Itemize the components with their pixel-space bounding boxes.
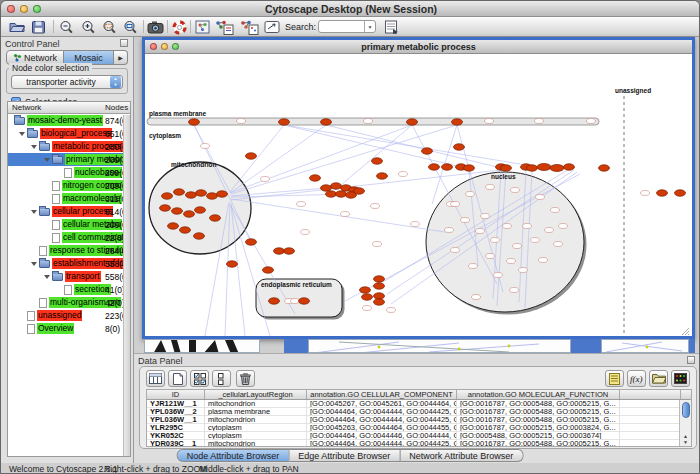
tree-row[interactable]: mosaic-demo-yeast874(0) <box>8 114 130 127</box>
network-canvas[interactable]: plasma membranecytoplasmmitochondrionnuc… <box>145 54 692 336</box>
matrix-view-icon[interactable] <box>671 370 690 387</box>
network-node[interactable] <box>184 211 195 218</box>
network-node[interactable] <box>564 164 575 171</box>
network-node[interactable] <box>160 205 171 212</box>
delete-attribute-trash-icon[interactable] <box>236 370 255 387</box>
expand-arrow-icon[interactable] <box>31 145 37 149</box>
network-node[interactable] <box>180 227 191 234</box>
save-icon[interactable] <box>30 19 47 35</box>
network-node-small[interactable] <box>201 144 210 149</box>
network-tree-header[interactable]: Network Nodes <box>8 102 130 114</box>
network-node[interactable] <box>464 165 475 172</box>
background-window-border[interactable] <box>571 339 601 353</box>
network-node-small[interactable] <box>297 202 306 207</box>
node-mapping-icon[interactable] <box>213 19 235 35</box>
node-attribute-table[interactable]: ID_cellularLayoutRegionannotation.GO CEL… <box>146 389 692 447</box>
import-attributes-folder-icon[interactable] <box>649 370 668 387</box>
tree-row[interactable]: cellular process614(0) <box>8 205 130 218</box>
network-node-small[interactable] <box>481 214 490 219</box>
table-cell[interactable]: [GO:0044464, GO:0044444, GO:0044425, G..… <box>307 408 457 415</box>
zoom-fit-icon[interactable] <box>122 19 139 35</box>
network-node-small[interactable] <box>507 259 516 264</box>
network-node-small[interactable] <box>371 204 380 209</box>
background-window[interactable] <box>144 339 260 353</box>
table-scrollbar-thumb[interactable] <box>682 402 690 418</box>
network-node-small[interactable] <box>445 228 454 233</box>
tab-overflow-button[interactable]: ▶ <box>114 50 128 65</box>
network-node-small[interactable] <box>523 224 532 229</box>
network-node[interactable] <box>331 183 342 190</box>
tab-node-attribute-browser[interactable]: Node Attribute Browser <box>177 449 290 462</box>
network-node[interactable] <box>374 283 385 290</box>
network-node-small[interactable] <box>341 212 350 217</box>
search-input[interactable] <box>319 21 364 32</box>
attr-table-header[interactable]: ID_cellularLayoutRegionannotation.GO CEL… <box>147 390 691 400</box>
network-node-small[interactable] <box>469 264 478 269</box>
network-node-small[interactable] <box>491 238 500 243</box>
network-node-small[interactable] <box>551 208 560 213</box>
table-cell[interactable]: [GO:0005488, GO:0005215, GO:0003674] <box>457 432 620 439</box>
attribute-notes-icon[interactable] <box>605 370 624 387</box>
background-window[interactable] <box>601 339 689 353</box>
network-node[interactable] <box>429 164 440 171</box>
network-node-small[interactable] <box>559 224 568 229</box>
table-scrollbar-arrows[interactable]: ▲▼ <box>680 433 691 445</box>
network-node[interactable] <box>454 144 465 151</box>
network-node[interactable] <box>310 175 321 182</box>
table-cell[interactable]: [GO:0016787, GO:0005488, GO:0005215, G..… <box>457 416 620 423</box>
network-node[interactable] <box>374 299 385 306</box>
whiteboard-icon[interactable] <box>263 19 280 35</box>
network-node-small[interactable] <box>363 306 372 311</box>
table-row[interactable]: YLR295Ccytoplasm[GO:0045263, GO:0044464,… <box>147 424 691 432</box>
network-node[interactable] <box>194 233 205 240</box>
network-node-small[interactable] <box>535 119 544 124</box>
node-color-dropdown[interactable]: transporter activity ▲▼ <box>11 75 123 89</box>
table-cell[interactable]: [GO:0016787, GO:0005488, GO:0005215, G..… <box>457 408 620 415</box>
network-node[interactable] <box>537 164 551 171</box>
tab-network-attribute-browser[interactable]: Network Attribute Browser <box>400 449 523 462</box>
formula-builder-icon[interactable]: f(x) <box>627 370 646 387</box>
network-node[interactable] <box>362 294 373 301</box>
tab-edge-attribute-browser[interactable]: Edge Attribute Browser <box>289 449 400 462</box>
attribute-unselect-icon[interactable] <box>212 370 231 387</box>
tree-row[interactable]: cell communicat22(0) <box>8 231 130 244</box>
network-node[interactable] <box>172 208 183 215</box>
snapshot-camera-icon[interactable] <box>147 19 164 35</box>
table-row[interactable]: YKR052Ccytoplasm[GO:0044464, GO:0044446,… <box>147 432 691 440</box>
tree-row[interactable]: Overview8(0) <box>8 322 130 335</box>
network-canvas-svg[interactable]: plasma membranecytoplasmmitochondrionnuc… <box>145 54 692 336</box>
table-cell[interactable]: YKR052C <box>147 432 205 439</box>
network-node-small[interactable] <box>587 119 596 124</box>
network-node-small[interactable] <box>476 229 485 234</box>
network-node[interactable] <box>326 191 337 198</box>
table-cell[interactable]: [GO:0016787, GO:0005488, GO:0005215, G..… <box>457 440 620 447</box>
background-window[interactable] <box>308 339 571 353</box>
table-cell[interactable]: mitochondrion <box>205 400 307 407</box>
network-node[interactable] <box>274 248 285 255</box>
tree-row[interactable]: unassigned223(0) <box>8 309 130 322</box>
table-scrollbar[interactable]: ▲▼ <box>679 400 691 446</box>
network-node[interactable] <box>246 239 257 246</box>
network-node-small[interactable] <box>237 119 246 124</box>
network-node-small[interactable] <box>399 172 408 177</box>
tree-row[interactable]: response to stimulu264(0) <box>8 244 130 257</box>
network-node[interactable] <box>207 193 218 200</box>
tree-row[interactable]: multi-organism pro42(0) <box>8 296 130 309</box>
resize-grip-icon[interactable] <box>688 334 689 335</box>
network-node[interactable] <box>407 119 418 126</box>
network-node[interactable] <box>422 148 433 155</box>
table-cell[interactable] <box>620 416 681 423</box>
attr-column-header[interactable] <box>620 390 681 399</box>
network-node[interactable] <box>527 165 538 172</box>
select-attributes-icon[interactable] <box>146 370 165 387</box>
tree-row[interactable]: nitrogen compo209(0) <box>8 179 130 192</box>
network-node-small[interactable] <box>466 192 475 197</box>
table-cell[interactable]: mitochondrion <box>205 416 307 423</box>
table-cell[interactable]: YJR121W__1 <box>147 400 205 407</box>
table-cell[interactable]: cytoplasm <box>205 432 307 439</box>
network-node-small[interactable] <box>486 254 495 259</box>
network-node[interactable] <box>372 158 383 165</box>
edge-mapping-icon[interactable] <box>238 19 260 35</box>
attr-column-header[interactable]: _cellularLayoutRegion <box>205 390 307 399</box>
table-cell[interactable]: [GO:0044464, GO:0044444, GO:0044425, G..… <box>307 416 457 423</box>
